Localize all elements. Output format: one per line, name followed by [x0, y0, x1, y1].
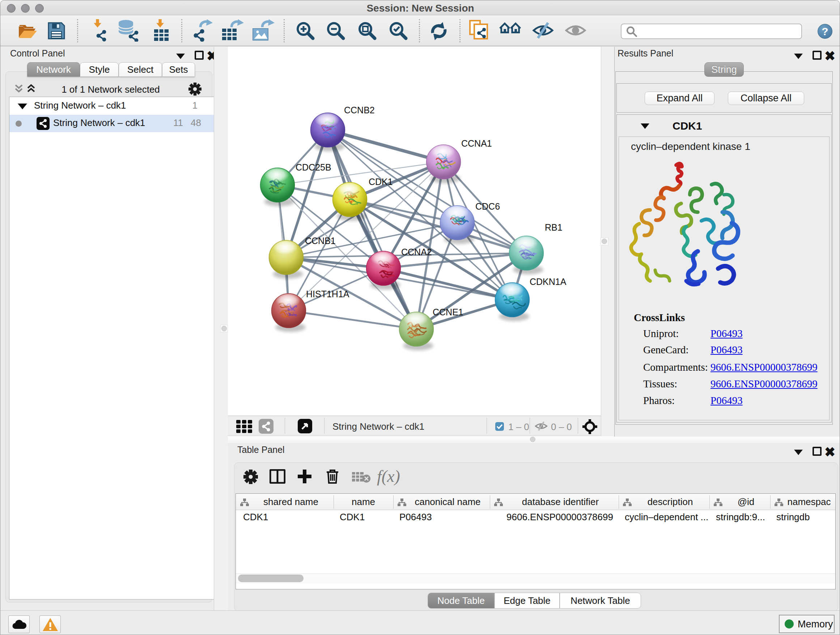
svg-text:CCNB2: CCNB2 [344, 105, 375, 115]
svg-text:CCNA2: CCNA2 [401, 247, 432, 257]
svg-text:CCNB1: CCNB1 [305, 236, 336, 246]
svg-text:CDK1: CDK1 [369, 177, 393, 187]
svg-text:CDC6: CDC6 [475, 201, 500, 211]
svg-text:HIST1H1A: HIST1H1A [306, 289, 349, 299]
svg-text:CDKN1A: CDKN1A [530, 277, 567, 287]
svg-text:CDC25B: CDC25B [295, 162, 332, 172]
svg-text:CCNE1: CCNE1 [433, 307, 463, 317]
svg-text:RB1: RB1 [545, 222, 562, 233]
svg-text:CCNA1: CCNA1 [461, 138, 492, 149]
